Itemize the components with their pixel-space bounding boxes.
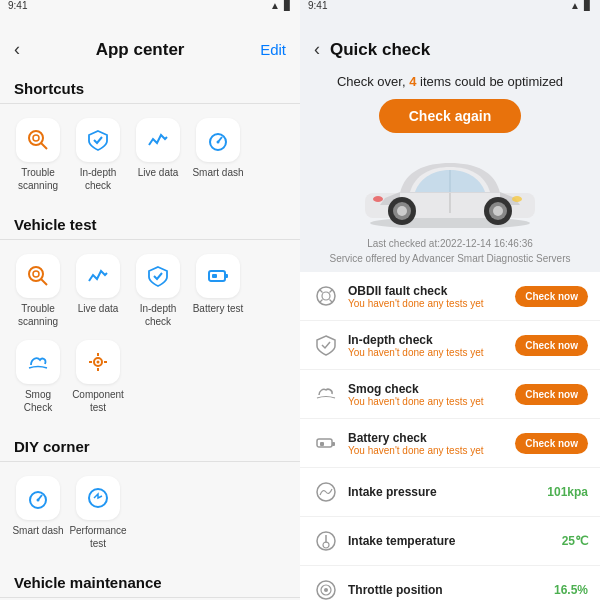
vt-live-data[interactable]: Live data bbox=[68, 248, 128, 334]
vehicle-test-grid: Troublescanning Live data In-depthche bbox=[0, 244, 300, 428]
svg-point-36 bbox=[322, 292, 330, 300]
smog-check-now-button[interactable]: Check now bbox=[515, 384, 588, 405]
diy-grid: Smart dash Performancetest bbox=[0, 466, 300, 564]
car-svg bbox=[350, 143, 550, 228]
right-status-time: 9:41 bbox=[308, 0, 327, 11]
svg-line-37 bbox=[320, 290, 323, 293]
obdii-fault-sub: You haven't done any tests yet bbox=[348, 298, 515, 309]
svg-rect-11 bbox=[212, 274, 217, 278]
vt-live-icon-bg bbox=[76, 254, 120, 298]
svg-line-38 bbox=[330, 290, 333, 293]
svg-point-20 bbox=[37, 499, 40, 502]
svg-point-30 bbox=[397, 206, 407, 216]
summary-prefix: Check over, bbox=[337, 74, 406, 89]
vehicle-test-divider bbox=[0, 239, 300, 240]
right-title: Quick check bbox=[330, 40, 430, 60]
vt-component-icon-bg bbox=[76, 340, 120, 384]
battery-check-now-button[interactable]: Check now bbox=[515, 433, 588, 454]
diy-divider bbox=[0, 461, 300, 462]
vt-trouble-scanning[interactable]: Troublescanning bbox=[8, 248, 68, 334]
vt-smog-icon-bg bbox=[16, 340, 60, 384]
smog-row-sub: You haven't done any tests yet bbox=[348, 396, 515, 407]
throttle-position-name: Throttle position bbox=[348, 583, 554, 597]
status-time: 9:41 bbox=[8, 0, 27, 11]
back-icon-left[interactable]: ‹ bbox=[14, 39, 20, 60]
smog-row-content: Smog check You haven't done any tests ye… bbox=[348, 382, 515, 407]
intake-temperature-row: Intake temperature 25℃ bbox=[300, 517, 600, 566]
diy-performance[interactable]: Performancetest bbox=[68, 470, 128, 556]
vt-indepth[interactable]: In-depthcheck bbox=[128, 248, 188, 334]
svg-point-2 bbox=[33, 135, 39, 141]
vt-trouble-icon-bg bbox=[16, 254, 60, 298]
battery-row-icon bbox=[312, 429, 340, 457]
indepth-check-label: In-depthcheck bbox=[80, 166, 117, 192]
throttle-position-row: Throttle position 16.5% bbox=[300, 566, 600, 600]
svg-point-6 bbox=[29, 267, 43, 281]
vt-battery[interactable]: Battery test bbox=[188, 248, 248, 334]
vt-battery-icon-bg bbox=[196, 254, 240, 298]
vt-smog-icon bbox=[27, 351, 49, 373]
indepth-check-now-button[interactable]: Check now bbox=[515, 335, 588, 356]
check-list: OBDII fault check You haven't done any t… bbox=[300, 272, 600, 600]
vt-component-label: Componenttest bbox=[72, 388, 124, 414]
throttle-position-icon bbox=[312, 576, 340, 600]
vt-component[interactable]: Componenttest bbox=[68, 334, 128, 420]
indepth-row-sub: You haven't done any tests yet bbox=[348, 347, 515, 358]
trouble-scanning-icon-bg bbox=[16, 118, 60, 162]
live-data-icon-bg bbox=[136, 118, 180, 162]
shortcuts-title: Shortcuts bbox=[0, 70, 300, 103]
obdii-check-now-button[interactable]: Check now bbox=[515, 286, 588, 307]
vt-battery-label: Battery test bbox=[193, 302, 244, 315]
svg-point-5 bbox=[217, 141, 220, 144]
svg-line-7 bbox=[41, 279, 47, 285]
indepth-row-content: In-depth check You haven't done any test… bbox=[348, 333, 515, 358]
diy-smart-dash[interactable]: Smart dash bbox=[8, 470, 68, 556]
svg-point-27 bbox=[493, 206, 503, 216]
diy-performance-icon-bg bbox=[76, 476, 120, 520]
shortcut-smart-dash[interactable]: Smart dash bbox=[188, 112, 248, 198]
svg-point-35 bbox=[317, 287, 335, 305]
vehicle-test-title: Vehicle test bbox=[0, 206, 300, 239]
shortcut-live-data[interactable]: Live data bbox=[128, 112, 188, 198]
quick-check-top: Check over, 4 items could be optimized C… bbox=[300, 70, 600, 234]
intake-temperature-icon bbox=[312, 527, 340, 555]
battery-check-row: Battery check You haven't done any tests… bbox=[300, 419, 600, 468]
check-again-button[interactable]: Check again bbox=[379, 99, 521, 133]
left-panel: 9:41 ▲ ▊ ‹ App center Edit Shortcuts Tro… bbox=[0, 0, 300, 600]
svg-line-1 bbox=[41, 143, 47, 149]
shortcut-indepth-check[interactable]: In-depthcheck bbox=[68, 112, 128, 198]
left-title: App center bbox=[96, 40, 185, 60]
summary-suffix: items could be optimized bbox=[420, 74, 563, 89]
intake-pressure-icon bbox=[312, 478, 340, 506]
diy-performance-icon bbox=[87, 487, 109, 509]
shortcut-trouble-scanning[interactable]: Troublescanning bbox=[8, 112, 68, 198]
intake-pressure-value: 101kpa bbox=[547, 485, 588, 499]
svg-point-50 bbox=[324, 588, 328, 592]
throttle-position-value: 16.5% bbox=[554, 583, 588, 597]
right-wifi-icon: ▲ bbox=[570, 0, 580, 11]
obdii-fault-icon bbox=[312, 282, 340, 310]
last-checked-info: Last checked at:2022-12-14 16:46:36 Serv… bbox=[300, 234, 600, 272]
vt-smog[interactable]: Smog Check bbox=[8, 334, 68, 420]
back-icon-right[interactable]: ‹ bbox=[314, 39, 320, 60]
smog-row-name: Smog check bbox=[348, 382, 515, 396]
intake-temperature-name: Intake temperature bbox=[348, 534, 562, 548]
vt-indepth-icon-bg bbox=[136, 254, 180, 298]
diy-section: DIY corner Smart dash bbox=[0, 428, 300, 564]
intake-pressure-content: Intake pressure bbox=[348, 485, 547, 499]
svg-point-13 bbox=[97, 361, 100, 364]
vt-live-label: Live data bbox=[78, 302, 119, 315]
battery-row-sub: You haven't done any tests yet bbox=[348, 445, 515, 456]
vehicle-maintenance-divider bbox=[0, 597, 300, 598]
intake-temperature-content: Intake temperature bbox=[348, 534, 562, 548]
svg-point-8 bbox=[33, 271, 39, 277]
indepth-check-row: In-depth check You haven't done any test… bbox=[300, 321, 600, 370]
shortcuts-section: Shortcuts Troublescanning bbox=[0, 70, 300, 206]
svg-point-32 bbox=[373, 196, 383, 202]
diy-title: DIY corner bbox=[0, 428, 300, 461]
indepth-row-name: In-depth check bbox=[348, 333, 515, 347]
live-data-icon bbox=[147, 129, 169, 151]
live-data-label: Live data bbox=[138, 166, 179, 179]
edit-button[interactable]: Edit bbox=[260, 41, 286, 58]
trouble-scanning-icon bbox=[27, 129, 49, 151]
